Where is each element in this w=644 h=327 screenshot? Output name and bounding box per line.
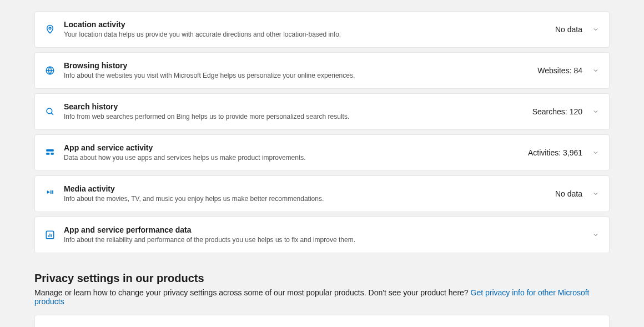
chevron-down-icon bbox=[592, 67, 599, 74]
activity-row-meta: No data bbox=[555, 189, 582, 198]
search-icon bbox=[45, 107, 55, 117]
activity-row-location[interactable]: Location activity Your location data hel… bbox=[34, 11, 610, 48]
products-card: Windows Xbox Office T Microsoft Teams Ne… bbox=[34, 315, 610, 327]
activity-row-desc: Your location data helps us provide you … bbox=[64, 30, 555, 39]
activity-row-body: Location activity Your location data hel… bbox=[64, 19, 555, 39]
activity-row-title: Location activity bbox=[64, 19, 555, 29]
activity-row-meta: Searches: 120 bbox=[532, 107, 582, 116]
activity-row-desc: Info about the reliability and performan… bbox=[64, 235, 582, 245]
activity-row-title: Search history bbox=[64, 102, 532, 112]
svg-rect-5 bbox=[46, 153, 49, 155]
chevron-down-icon bbox=[592, 149, 599, 156]
location-pin-icon bbox=[45, 24, 55, 34]
activity-row-body: Search history Info from web searches pe… bbox=[64, 102, 532, 122]
svg-rect-9 bbox=[52, 190, 53, 194]
activity-row-browsing[interactable]: Browsing history Info about the websites… bbox=[34, 52, 610, 89]
media-icon bbox=[45, 189, 55, 199]
activity-row-apps[interactable]: App and service activity Data about how … bbox=[34, 134, 610, 171]
svg-rect-8 bbox=[51, 190, 52, 194]
activity-row-perf[interactable]: App and service performance data Info ab… bbox=[34, 217, 610, 253]
chevron-down-icon bbox=[592, 26, 599, 33]
globe-icon bbox=[45, 66, 55, 76]
activity-row-desc: Info from web searches performed on Bing… bbox=[64, 112, 532, 122]
svg-rect-4 bbox=[46, 149, 54, 152]
activity-row-desc: Info about the movies, TV, and music you… bbox=[64, 194, 555, 204]
activity-row-desc: Info about the websites you visit with M… bbox=[64, 71, 537, 81]
activity-row-search[interactable]: Search history Info from web searches pe… bbox=[34, 93, 610, 130]
svg-line-3 bbox=[51, 113, 53, 115]
products-section-title: Privacy settings in our products bbox=[34, 272, 610, 285]
activity-row-body: App and service activity Data about how … bbox=[64, 143, 528, 163]
chevron-down-icon bbox=[592, 232, 599, 238]
chevron-down-icon bbox=[592, 108, 599, 115]
activity-row-meta: Activities: 3,961 bbox=[528, 148, 582, 157]
activity-row-title: Browsing history bbox=[64, 61, 537, 71]
activity-row-body: App and service performance data Info ab… bbox=[64, 225, 582, 245]
chevron-down-icon bbox=[592, 190, 599, 197]
svg-marker-7 bbox=[47, 190, 50, 194]
activity-row-title: Media activity bbox=[64, 184, 555, 194]
products-section-desc: Manage or learn how to change your priva… bbox=[34, 288, 610, 306]
products-section-desc-text: Manage or learn how to change your priva… bbox=[34, 288, 471, 297]
activity-row-desc: Data about how you use apps and services… bbox=[64, 153, 528, 163]
svg-point-0 bbox=[49, 27, 51, 29]
activity-row-meta: No data bbox=[555, 25, 582, 34]
activity-row-title: App and service activity bbox=[64, 143, 528, 153]
apps-icon bbox=[45, 148, 55, 158]
activity-row-media[interactable]: Media activity Info about the movies, TV… bbox=[34, 175, 610, 212]
bar-chart-icon bbox=[45, 230, 55, 240]
activity-row-meta: Websites: 84 bbox=[537, 66, 582, 75]
svg-point-2 bbox=[47, 108, 52, 114]
activity-row-title: App and service performance data bbox=[64, 225, 582, 235]
activity-row-body: Browsing history Info about the websites… bbox=[64, 61, 537, 81]
svg-rect-6 bbox=[51, 153, 54, 155]
activity-row-body: Media activity Info about the movies, TV… bbox=[64, 184, 555, 204]
